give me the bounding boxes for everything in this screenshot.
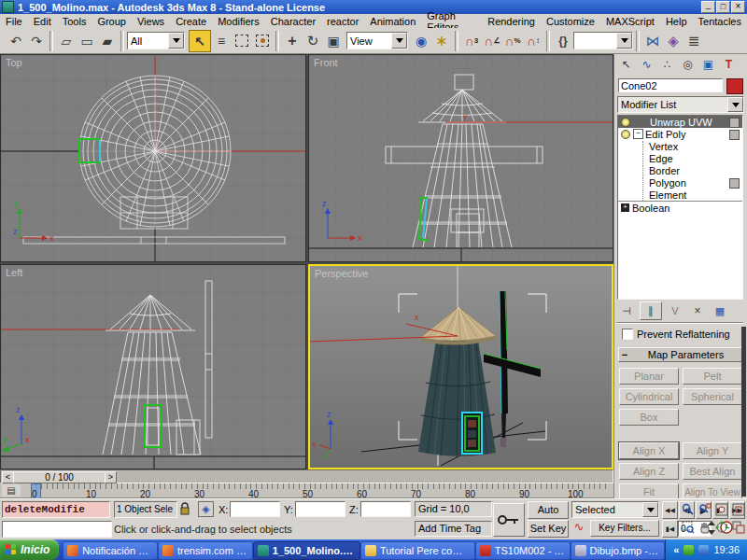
- viewport-left-canvas[interactable]: z y x: [1, 265, 305, 469]
- zoom-extents-all-icon[interactable]: [730, 501, 747, 517]
- select-manipulate-icon[interactable]: ∗: [431, 31, 452, 51]
- menu-edit[interactable]: Edit: [28, 16, 57, 27]
- viewport-left-label[interactable]: Left: [6, 267, 22, 278]
- stack-item-boolean[interactable]: + Boolean: [618, 201, 742, 214]
- named-selection-sets-icon[interactable]: {}: [553, 31, 573, 51]
- select-scale-icon[interactable]: ▣: [323, 31, 344, 51]
- menu-rendering[interactable]: Rendering: [482, 16, 541, 27]
- chevron-down-icon[interactable]: [616, 33, 632, 49]
- start-button[interactable]: Inicio: [0, 539, 59, 560]
- viewport-front-canvas[interactable]: y z x: [309, 55, 613, 261]
- mirror-icon[interactable]: ⋈: [642, 31, 663, 51]
- tray-shield-icon[interactable]: [684, 545, 694, 555]
- select-by-name-icon[interactable]: ≡: [211, 31, 232, 51]
- redo-icon[interactable]: ↷: [26, 31, 47, 51]
- viewport-top-canvas[interactable]: y x z: [1, 55, 305, 261]
- object-color-swatch[interactable]: [726, 78, 743, 94]
- key-filters-button[interactable]: Key Filters...: [590, 520, 659, 537]
- selection-filter-combo[interactable]: All: [127, 32, 185, 49]
- key-mode-dropdown[interactable]: Selected: [571, 501, 659, 518]
- tab-motion-icon[interactable]: ◎: [678, 56, 698, 73]
- close-button[interactable]: ×: [731, 1, 745, 13]
- tab-create-icon[interactable]: ↖: [616, 56, 636, 73]
- stack-subitem-polygon[interactable]: Polygon: [618, 176, 742, 189]
- bind-spacewarp-icon[interactable]: ▰: [97, 31, 118, 51]
- reference-coordinate-combo[interactable]: View: [346, 32, 408, 49]
- snap-toggle-icon[interactable]: ∩3: [461, 31, 482, 51]
- expand-icon[interactable]: +: [621, 203, 629, 212]
- undo-icon[interactable]: ↶: [6, 31, 26, 51]
- viewport-top-label[interactable]: Top: [6, 57, 22, 68]
- y-coord-field[interactable]: [295, 501, 345, 517]
- planar-button[interactable]: Planar: [619, 368, 679, 385]
- named-selection-combo[interactable]: [573, 32, 633, 49]
- maxscript-mini-listener[interactable]: deleteModifie: [2, 501, 110, 518]
- tab-modify-icon[interactable]: ∿: [637, 56, 656, 73]
- add-time-tag[interactable]: Add Time Tag: [415, 521, 492, 537]
- unlink-icon[interactable]: ▭: [77, 31, 97, 51]
- menu-modifiers[interactable]: Modifiers: [212, 16, 265, 27]
- select-rotate-icon[interactable]: ↻: [303, 31, 323, 51]
- modifier-list-dropdown[interactable]: Modifier List: [617, 96, 744, 113]
- spherical-button[interactable]: Spherical: [683, 388, 742, 405]
- menu-reactor[interactable]: reactor: [321, 16, 364, 27]
- collapse-icon[interactable]: −: [633, 129, 643, 139]
- taskbar-item-pdf[interactable]: TS10M002 - Tutorial ...: [475, 541, 571, 560]
- use-pivot-center-icon[interactable]: ◉: [411, 31, 431, 51]
- set-key-button[interactable]: Set Key: [528, 520, 569, 538]
- viewport-front[interactable]: Front: [308, 54, 613, 262]
- z-coord-field[interactable]: [360, 501, 411, 517]
- taskbar-item-notification[interactable]: Notificación de resp...: [63, 541, 158, 560]
- tab-utilities-icon[interactable]: T: [719, 56, 739, 73]
- stack-subitem-edge[interactable]: Edge: [618, 152, 742, 164]
- tray-clock[interactable]: 19:36: [713, 544, 740, 555]
- taskbar-item-3dsmax[interactable]: 1_500_Molino.ma...: [253, 541, 360, 560]
- x-coord-field[interactable]: [230, 501, 280, 517]
- go-to-frame-zero-button[interactable]: ▮◀: [662, 520, 678, 538]
- tab-hierarchy-icon[interactable]: ∴: [657, 56, 677, 73]
- bulb-icon[interactable]: [621, 130, 630, 139]
- stack-item-edit-poly[interactable]: − Edit Poly: [618, 128, 742, 140]
- track-bar[interactable]: ▤ 0 10 20 30 40 50 60 70 80 90 100: [0, 483, 613, 498]
- viewport-perspective-canvas[interactable]: x z x: [310, 266, 612, 468]
- pan-hand-icon[interactable]: [697, 519, 713, 535]
- bulb-icon[interactable]: [621, 118, 630, 127]
- remove-modifier-icon[interactable]: ×: [688, 303, 707, 318]
- stack-subitem-border[interactable]: Border: [618, 164, 742, 176]
- pelt-button[interactable]: Pelt: [683, 368, 742, 385]
- chevron-down-icon[interactable]: [168, 33, 184, 49]
- tray-chevron-icon[interactable]: «: [673, 544, 679, 555]
- angle-snap-icon[interactable]: ∩∠: [482, 31, 502, 51]
- restore-button[interactable]: □: [716, 1, 730, 13]
- object-name-field[interactable]: [618, 78, 723, 92]
- viewport-left[interactable]: Left z: [0, 264, 306, 469]
- minimize-button[interactable]: _: [701, 1, 715, 13]
- menu-animation[interactable]: Animation: [364, 16, 421, 27]
- time-slider-next-button[interactable]: >: [105, 471, 117, 483]
- menu-tentacles[interactable]: Tentacles: [693, 16, 747, 27]
- stack-subitem-vertex[interactable]: Vertex: [618, 140, 742, 152]
- menu-group[interactable]: Group: [92, 16, 132, 27]
- taskbar-item-folder[interactable]: Tutorial Pere comas 3d: [360, 541, 475, 560]
- tab-display-icon[interactable]: ▣: [698, 56, 718, 73]
- rect-selection-region-icon[interactable]: [232, 31, 252, 51]
- chevron-down-icon[interactable]: [642, 502, 658, 517]
- pin-stack-icon[interactable]: ⊣: [617, 303, 636, 318]
- menu-create[interactable]: Create: [170, 16, 212, 27]
- absolute-offset-toggle-icon[interactable]: ◈: [198, 501, 214, 517]
- prevent-reflattening-row[interactable]: Prevent Reflattening: [622, 329, 730, 340]
- panel-scrollbar[interactable]: [741, 327, 746, 497]
- window-crossing-icon[interactable]: [252, 31, 273, 51]
- menu-tools[interactable]: Tools: [57, 16, 92, 27]
- viewport-top[interactable]: Top: [0, 54, 306, 262]
- auto-key-button[interactable]: Auto Key: [528, 501, 569, 519]
- align-y-button[interactable]: Align Y: [683, 442, 742, 459]
- make-unique-icon[interactable]: V: [666, 303, 684, 318]
- select-object-button[interactable]: ↖: [189, 30, 211, 52]
- viewport-front-label[interactable]: Front: [314, 57, 338, 68]
- maximize-viewport-toggle-icon[interactable]: [730, 519, 747, 535]
- menu-maxscript[interactable]: MAXScript: [600, 16, 660, 27]
- default-in-out-tangents-icon[interactable]: ∿: [571, 520, 586, 535]
- modifier-enable-box[interactable]: [729, 130, 740, 140]
- checkbox-icon[interactable]: [622, 329, 633, 340]
